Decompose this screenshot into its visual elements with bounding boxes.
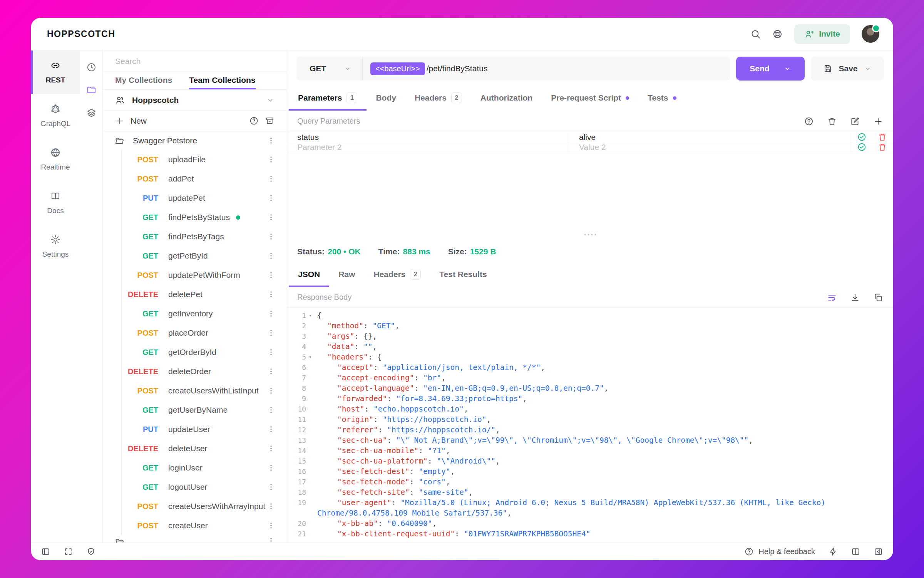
expand-fullscreen-icon[interactable] xyxy=(64,547,73,556)
more-options-icon[interactable] xyxy=(267,483,275,491)
request-item[interactable]: GETgetOrderById xyxy=(103,343,287,362)
request-item[interactable]: GETlogoutUser xyxy=(103,477,287,497)
response-body-code[interactable]: 1▾{2"method": "GET",3"args": {},4"data":… xyxy=(287,308,893,543)
request-item[interactable]: PUTupdateUser xyxy=(103,420,287,439)
search-input[interactable] xyxy=(115,57,275,66)
split-columns-icon[interactable] xyxy=(851,547,860,556)
request-item[interactable]: GETloginUser xyxy=(103,458,287,477)
tab-pre-request-script[interactable]: Pre-request Script xyxy=(542,87,638,111)
more-options-icon[interactable] xyxy=(267,252,275,260)
request-item[interactable]: POSTupdatePetWithForm xyxy=(103,265,287,285)
delete-all-trash-icon[interactable] xyxy=(827,116,837,126)
more-options-icon[interactable] xyxy=(267,464,275,472)
help-feedback-button[interactable]: Help & feedback xyxy=(744,547,815,556)
request-item[interactable]: POSTcreateUsersWithListInput xyxy=(103,381,287,400)
send-button[interactable]: Send xyxy=(736,57,805,81)
tab-my-collections[interactable]: My Collections xyxy=(115,72,172,89)
invite-button[interactable]: Invite xyxy=(794,24,850,44)
nav-item-settings[interactable]: Settings xyxy=(31,225,80,268)
request-item[interactable]: GETgetInventory xyxy=(103,304,287,323)
request-item[interactable]: POSTaddPet xyxy=(103,169,287,188)
copy-icon[interactable] xyxy=(873,292,883,302)
nav-item-docs[interactable]: Docs xyxy=(31,181,80,225)
shortcuts-zap-icon[interactable] xyxy=(828,547,838,556)
environments-layers-icon[interactable] xyxy=(86,108,97,118)
support-lifebuoy-icon[interactable] xyxy=(772,29,783,39)
more-options-icon[interactable] xyxy=(267,194,275,202)
search-icon[interactable] xyxy=(750,29,761,39)
collections-folder-icon[interactable] xyxy=(86,85,97,95)
request-item[interactable]: DELETEdeletePet xyxy=(103,285,287,304)
more-options-icon[interactable] xyxy=(267,155,275,164)
history-clock-icon[interactable] xyxy=(86,62,97,72)
more-options-icon[interactable] xyxy=(267,386,275,395)
response-tab-test-results[interactable]: Test Results xyxy=(430,263,496,287)
avatar[interactable] xyxy=(862,25,879,43)
download-icon[interactable] xyxy=(850,292,860,302)
more-options-icon[interactable] xyxy=(267,175,275,183)
param-value-input[interactable]: Value 2 xyxy=(569,142,851,152)
url-input[interactable]: <<baseUrl>> /pet/findByStatus xyxy=(363,57,730,81)
request-item[interactable]: POSTcreateUsersWithArrayInput xyxy=(103,497,287,516)
team-selector[interactable]: Hoppscotch xyxy=(103,90,287,111)
param-delete-trash-icon[interactable] xyxy=(877,142,887,152)
collapse-right-panel-icon[interactable] xyxy=(874,547,883,556)
request-item[interactable]: POSTplaceOrder xyxy=(103,323,287,343)
nav-item-realtime[interactable]: Realtime xyxy=(31,138,80,181)
response-tab-headers[interactable]: Headers2 xyxy=(364,263,430,287)
tab-parameters[interactable]: Parameters1 xyxy=(289,87,367,111)
param-value-input[interactable]: alive xyxy=(569,132,851,142)
more-options-icon[interactable] xyxy=(267,213,275,222)
more-options-icon[interactable] xyxy=(267,406,275,414)
more-options-icon[interactable] xyxy=(267,444,275,453)
more-options-icon[interactable] xyxy=(267,521,275,530)
param-active-check-icon[interactable] xyxy=(857,132,867,142)
new-collection-button[interactable]: New xyxy=(131,116,243,126)
more-options-icon[interactable] xyxy=(267,367,275,376)
more-options-icon[interactable] xyxy=(267,232,275,241)
request-item[interactable]: GETgetPetById xyxy=(103,246,287,265)
more-options-icon[interactable] xyxy=(267,537,275,543)
more-options-icon[interactable] xyxy=(267,136,275,145)
more-options-icon[interactable] xyxy=(267,329,275,337)
collection-folder[interactable]: Swagger Petstore xyxy=(103,131,287,150)
more-options-icon[interactable] xyxy=(267,425,275,434)
tab-authorization[interactable]: Authorization xyxy=(471,87,542,111)
response-tab-json[interactable]: JSON xyxy=(289,263,329,287)
nav-item-rest[interactable]: REST xyxy=(31,50,80,94)
method-select[interactable]: GET xyxy=(296,57,363,81)
more-options-icon[interactable] xyxy=(267,290,275,299)
archive-icon[interactable] xyxy=(265,116,275,126)
tab-body[interactable]: Body xyxy=(367,87,405,111)
request-item[interactable]: DELETEdeleteOrder xyxy=(103,362,287,381)
param-delete-trash-icon[interactable] xyxy=(877,132,887,142)
param-active-check-icon[interactable] xyxy=(857,142,867,152)
pane-resize-handle[interactable] xyxy=(584,234,596,235)
tab-tests[interactable]: Tests xyxy=(638,87,685,111)
more-options-icon[interactable] xyxy=(267,309,275,318)
request-item[interactable]: GETfindPetsByTags xyxy=(103,227,287,246)
more-options-icon[interactable] xyxy=(267,502,275,511)
save-button[interactable]: Save xyxy=(811,57,884,81)
param-key-input[interactable]: Parameter 2 xyxy=(287,142,569,152)
request-item[interactable]: GETfindPetsByStatus xyxy=(103,208,287,227)
response-tab-raw[interactable]: Raw xyxy=(329,263,364,287)
tab-team-collections[interactable]: Team Collections xyxy=(189,72,255,89)
help-circle-icon[interactable] xyxy=(249,116,259,126)
toggle-sidebar-icon[interactable] xyxy=(41,547,50,556)
help-circle-icon[interactable] xyxy=(804,116,814,126)
shield-check-icon[interactable] xyxy=(86,547,96,556)
request-item[interactable]: PUTupdatePet xyxy=(103,188,287,208)
more-options-icon[interactable] xyxy=(267,271,275,279)
param-key-input[interactable]: status xyxy=(287,132,569,142)
request-item[interactable]: POSTuploadFile xyxy=(103,150,287,169)
more-options-icon[interactable] xyxy=(267,348,275,356)
add-param-plus-icon[interactable] xyxy=(873,116,883,126)
collection-folder-clipped[interactable] xyxy=(103,535,287,543)
request-item[interactable]: GETgetUserByName xyxy=(103,400,287,420)
edit-bulk-icon[interactable] xyxy=(850,116,860,126)
request-item[interactable]: POSTcreateUser xyxy=(103,516,287,535)
tab-headers[interactable]: Headers2 xyxy=(405,87,471,111)
request-item[interactable]: DELETEdeleteUser xyxy=(103,439,287,458)
wrap-lines-icon[interactable] xyxy=(827,292,837,302)
